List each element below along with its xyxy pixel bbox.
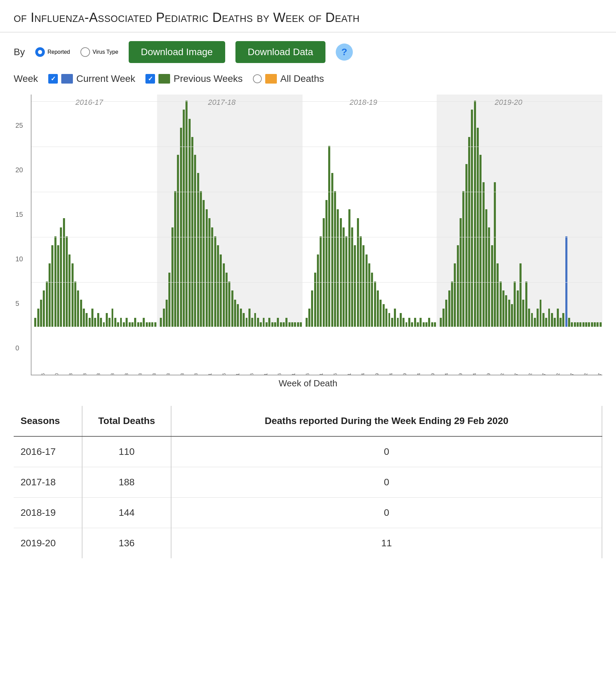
bar-previous-week — [585, 322, 587, 327]
bar-previous-week — [397, 318, 399, 327]
y-gridline — [31, 192, 602, 192]
bar-previous-week — [574, 322, 576, 327]
bar-previous-week — [291, 322, 293, 327]
bar-previous-week — [542, 313, 544, 327]
x-axis-label: 2019-09 — [374, 373, 380, 375]
bar-previous-week — [388, 313, 390, 327]
week-deaths-cell: 0 — [171, 467, 602, 498]
bar-previous-week — [588, 322, 590, 327]
bar-previous-week — [522, 300, 524, 327]
bar-previous-week — [577, 322, 579, 327]
bar-previous-week — [89, 318, 91, 327]
current-week-swatch — [61, 74, 73, 84]
bar-previous-week — [445, 300, 447, 327]
bar-previous-week — [568, 318, 570, 327]
x-axis-label: 2018-31 — [291, 373, 296, 375]
bar-previous-week — [488, 227, 490, 327]
previous-weeks-checkbox[interactable] — [145, 74, 155, 84]
bar-previous-week — [408, 318, 410, 327]
x-axis-label: 2018-06 — [221, 373, 227, 375]
reported-radio[interactable] — [35, 47, 45, 57]
bar-previous-week — [308, 309, 310, 327]
bar-previous-week — [428, 318, 430, 327]
bar-previous-week — [60, 227, 62, 327]
bar-previous-week — [72, 263, 74, 327]
bar-previous-week — [300, 322, 302, 327]
table-row: 2016-17 110 0 — [14, 436, 602, 467]
total-deaths-cell: 136 — [82, 528, 171, 559]
download-image-button[interactable]: Download Image — [129, 41, 225, 63]
bar-previous-week — [311, 290, 313, 327]
bar-previous-week — [354, 245, 356, 327]
bar-previous-week — [283, 322, 285, 327]
previous-weeks-label: Previous Weeks — [174, 73, 243, 84]
bar-previous-week — [457, 245, 459, 327]
total-deaths-cell: 110 — [82, 436, 171, 467]
bar-previous-week — [106, 313, 108, 327]
bar-previous-week — [554, 318, 556, 327]
bar-previous-week — [203, 200, 205, 327]
bar-previous-week — [325, 200, 328, 327]
bar-previous-week — [248, 309, 251, 327]
bar-previous-week — [189, 119, 191, 327]
season-label: 2019-20 — [495, 98, 523, 107]
season-cell: 2016-17 — [14, 436, 82, 467]
bar-previous-week — [391, 318, 393, 327]
bar-previous-week — [46, 282, 48, 327]
controls-row: By Reported Virus Type Download Image Do… — [0, 33, 616, 70]
bar-previous-week — [434, 322, 436, 327]
bar-previous-week — [448, 290, 450, 327]
bar-previous-week — [485, 209, 487, 327]
bar-previous-week — [251, 318, 253, 327]
virus-type-radio[interactable] — [80, 47, 90, 57]
bar-previous-week — [263, 318, 265, 327]
bar-previous-week — [368, 263, 370, 327]
bar-previous-week — [154, 322, 156, 327]
virus-type-radio-label[interactable]: Virus Type — [80, 47, 118, 57]
bar-previous-week — [211, 227, 213, 327]
x-axis-label: 2019-29 — [430, 373, 435, 375]
reported-radio-label[interactable]: Reported — [35, 47, 70, 57]
season-label: 2018-19 — [349, 98, 377, 107]
x-axis-label: 2020-07 — [514, 373, 519, 375]
bar-previous-week — [200, 191, 202, 327]
bar-previous-week — [112, 309, 114, 327]
bar-previous-week — [508, 300, 510, 327]
bar-previous-week — [343, 227, 345, 327]
bar-previous-week — [374, 282, 376, 327]
y-gridline — [31, 237, 602, 237]
bar-previous-week — [571, 322, 573, 327]
bar-previous-week — [271, 322, 273, 327]
x-axis-label: 2016-45 — [40, 373, 46, 375]
bar-previous-week — [423, 322, 425, 327]
all-deaths-radio[interactable] — [253, 74, 262, 83]
season-label: 2017-18 — [208, 98, 236, 107]
bar-previous-week — [143, 318, 145, 327]
bar-previous-week — [280, 322, 282, 327]
bar-previous-week — [442, 309, 445, 327]
bar-previous-week — [149, 322, 151, 327]
x-axis-label: 2017-08 — [82, 373, 87, 375]
bar-previous-week — [517, 290, 519, 327]
bar-previous-week — [537, 309, 539, 327]
bar-previous-week — [502, 290, 504, 327]
bar-previous-week — [100, 318, 102, 327]
download-data-button[interactable]: Download Data — [235, 41, 325, 63]
bar-previous-week — [491, 245, 493, 327]
table-row: 2017-18 188 0 — [14, 467, 602, 498]
x-axis-label: 2017-33 — [152, 373, 157, 375]
current-week-checkbox[interactable] — [48, 74, 58, 84]
bar-previous-week — [51, 245, 53, 327]
bar-previous-week — [600, 322, 602, 327]
bar-previous-week — [420, 318, 422, 327]
help-button[interactable]: ? — [336, 43, 353, 61]
bar-previous-week — [323, 218, 325, 327]
x-axis-label: 2018-01 — [207, 373, 213, 375]
bar-previous-week — [68, 254, 70, 327]
y-tick-25: 25 — [15, 122, 23, 129]
bar-previous-week — [66, 236, 68, 327]
bar-previous-week — [57, 245, 59, 327]
bar-previous-week — [297, 322, 299, 327]
legend-row: Week Current Week Previous Weeks All Dea… — [0, 70, 616, 91]
bar-previous-week — [237, 304, 239, 327]
